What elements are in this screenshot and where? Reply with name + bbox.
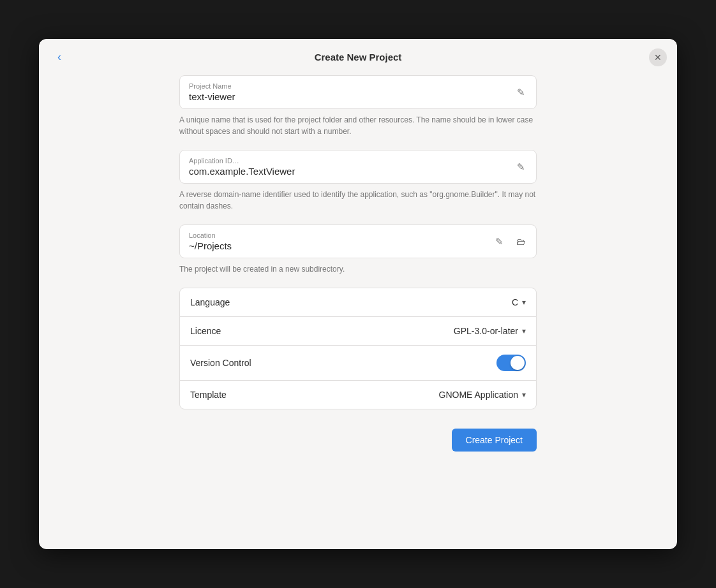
language-row: Language C ▾: [180, 288, 536, 317]
location-edit-button[interactable]: ✎: [490, 233, 508, 251]
template-value: GNOME Application: [439, 390, 519, 400]
licence-row: Licence GPL-3.0-or-later ▾: [180, 317, 536, 346]
edit-icon: ✎: [495, 236, 503, 247]
project-name-field: Project Name text-viewer ✎: [179, 75, 537, 109]
project-name-edit-button[interactable]: ✎: [512, 84, 530, 101]
folder-icon: 🗁: [516, 236, 526, 247]
application-id-label: Application ID…: [189, 157, 527, 165]
dialog-title: Create New Project: [315, 52, 402, 62]
project-name-label: Project Name: [189, 82, 527, 90]
create-button-row: Create Project: [39, 429, 677, 452]
options-group: Language C ▾ Licence GPL-3.0-or-later ▾ …: [179, 288, 537, 409]
version-control-label: Version Control: [190, 358, 251, 368]
application-id-actions: ✎: [512, 158, 530, 176]
back-button[interactable]: ‹: [49, 47, 70, 68]
form-content: Project Name text-viewer ✎ A unique name…: [39, 75, 677, 409]
edit-icon: ✎: [517, 87, 525, 98]
template-row: Template GNOME Application ▾: [180, 381, 536, 409]
application-id-edit-button[interactable]: ✎: [512, 158, 530, 176]
language-selector[interactable]: C ▾: [512, 297, 526, 307]
create-project-dialog: ‹ Create New Project ✕ Project Name text…: [39, 39, 677, 549]
back-icon: ‹: [57, 50, 61, 64]
language-label: Language: [190, 297, 230, 307]
licence-value: GPL-3.0-or-later: [454, 326, 518, 336]
project-name-actions: ✎: [512, 84, 530, 101]
close-button[interactable]: ✕: [649, 48, 667, 66]
location-label: Location: [189, 232, 527, 239]
location-hint: The project will be created in a new sub…: [179, 263, 537, 275]
chevron-down-icon: ▾: [522, 298, 526, 307]
licence-selector[interactable]: GPL-3.0-or-later ▾: [454, 326, 526, 336]
location-actions: ✎ 🗁: [490, 233, 530, 251]
location-folder-button[interactable]: 🗁: [512, 233, 530, 251]
application-id-value: com.example.TextViewer: [189, 166, 527, 177]
language-value: C: [512, 297, 518, 307]
template-label: Template: [190, 390, 227, 400]
application-id-field: Application ID… com.example.TextViewer ✎: [179, 150, 537, 184]
chevron-down-icon: ▾: [522, 390, 526, 399]
edit-icon: ✎: [517, 161, 525, 173]
project-name-hint: A unique name that is used for the proje…: [179, 114, 537, 137]
chevron-down-icon: ▾: [522, 327, 526, 335]
template-selector[interactable]: GNOME Application ▾: [439, 390, 526, 400]
licence-label: Licence: [190, 326, 221, 336]
version-control-row: Version Control: [180, 346, 536, 381]
create-project-button[interactable]: Create Project: [452, 429, 537, 452]
application-id-hint: A reverse domain-name identifier used to…: [179, 189, 537, 212]
location-value: ~/Projects: [189, 240, 527, 251]
project-name-value: text-viewer: [189, 91, 527, 102]
close-icon: ✕: [654, 52, 662, 62]
version-control-toggle[interactable]: [496, 355, 526, 371]
location-field: Location ~/Projects ✎ 🗁: [179, 224, 537, 258]
titlebar: ‹ Create New Project ✕: [39, 39, 677, 75]
